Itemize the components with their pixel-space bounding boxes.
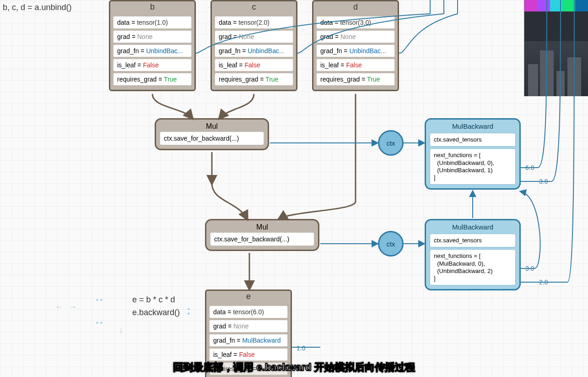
edge-label-3a: 3.0: [539, 178, 548, 185]
code-backward: e.backward(): [132, 308, 180, 317]
tensor-b-grad: grad = None: [113, 30, 192, 43]
tensor-d-gradfn: grad_fn = UnbindBac...: [316, 44, 395, 57]
mulbackward-1-saved: ctx.saved_tensors: [430, 133, 516, 147]
op-mul-1: Mul ctx.save_for_backward(...): [155, 118, 269, 150]
op-mul-1-body: ctx.save_for_backward(...): [160, 131, 264, 145]
tensor-d-box: d data = tensor(3.0) grad = None grad_fn…: [312, 0, 399, 91]
mulbackward-2-next: next_functions = [ (MulBackward, 0), (Un…: [430, 249, 516, 285]
op-mul-2-title: Mul: [210, 222, 314, 232]
tensor-b-title: b: [110, 1, 194, 13]
tensor-d-data: data = tensor(3.0): [316, 16, 395, 29]
tensor-e-title: e: [206, 291, 291, 302]
tensor-d-grad: grad = None: [316, 30, 395, 43]
code-expr: e = b * c * d: [132, 295, 175, 305]
tensor-e-data: data = tensor(6.0): [209, 306, 288, 318]
mulbackward-1-next: next_functions = [ (UnbindBackward, 0), …: [430, 148, 516, 185]
tensor-e-gradfn: grad_fn = MulBackward: [209, 334, 288, 347]
tensor-c-title: c: [212, 1, 296, 13]
tensor-e-isleaf: is_leaf = False: [209, 348, 288, 361]
tensor-b-box: b data = tensor(1.0) grad = None grad_fn…: [109, 0, 196, 91]
edge-label-2: 2.0: [539, 279, 548, 286]
tensor-c-box: c data = tensor(2.0) grad = None grad_fn…: [210, 0, 297, 91]
mulbackward-1: MulBackward ctx.saved_tensors next_funct…: [425, 118, 521, 190]
tensor-d-requires: requires_grad = True: [316, 73, 395, 86]
tensor-c-gradfn: grad_fn = UnbindBac...: [215, 44, 293, 57]
mulbackward-2: MulBackward ctx.saved_tensors next_funct…: [425, 219, 521, 290]
video-subtitle: 回到最底部，调用 e.backward 开始模拟后向传播过程: [173, 361, 415, 374]
op-mul-2-body: ctx.save_for_backward(...): [210, 232, 314, 246]
op-mul-1-title: Mul: [160, 121, 264, 131]
tensor-c-isleaf: is_leaf = False: [215, 59, 293, 71]
tensor-c-grad: grad = None: [215, 30, 293, 43]
tensor-e-grad: grad = None: [209, 320, 288, 333]
tensor-b-gradfn: grad_fn = UnbindBac...: [113, 44, 192, 57]
tensor-b-data: data = tensor(1.0): [113, 16, 192, 29]
mulbackward-2-title: MulBackward: [430, 222, 516, 232]
selection-handles: × × × × × × ← → ↓: [82, 298, 137, 330]
ctx-node-1: ctx: [378, 130, 404, 156]
webcam-overlay: [524, 0, 588, 96]
tensor-d-isleaf: is_leaf = False: [316, 59, 395, 71]
op-mul-2: Mul ctx.save_for_backward(...): [205, 219, 319, 251]
mulbackward-2-saved: ctx.saved_tensors: [430, 234, 516, 247]
tensor-c-data: data = tensor(2.0): [215, 16, 293, 29]
edge-label-6: 6.0: [525, 164, 534, 171]
edge-label-3b: 3.0: [525, 265, 534, 272]
ctx-node-2: ctx: [378, 231, 404, 257]
tensor-b-requires: requires_grad = True: [113, 73, 192, 86]
mulbackward-1-title: MulBackward: [430, 121, 516, 131]
tensor-c-requires: requires_grad = True: [215, 73, 293, 86]
tensor-b-isleaf: is_leaf = False: [113, 59, 192, 71]
edge-label-1: 1.0: [297, 344, 305, 352]
code-unbind: b, c, d = a.unbind(): [3, 3, 72, 12]
tensor-d-title: d: [313, 1, 398, 13]
